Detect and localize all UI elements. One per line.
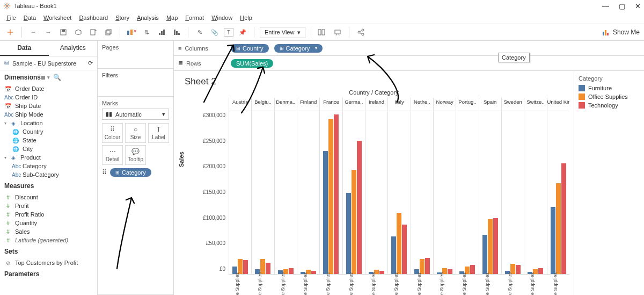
marks-color-pill[interactable]: ⊞ Category (110, 168, 151, 177)
tab-data[interactable]: Data (0, 41, 49, 56)
new-datasource-button[interactable] (72, 26, 84, 38)
swap-button[interactable]: ⇅ (141, 26, 152, 38)
field-latitude--generated-[interactable]: #Latitude (generated) (0, 236, 97, 244)
bar[interactable] (260, 259, 265, 274)
bar[interactable] (561, 163, 566, 274)
bar[interactable] (420, 259, 425, 274)
bar[interactable] (357, 141, 362, 274)
show-me-button[interactable]: Show Me (602, 28, 640, 36)
pin-button[interactable]: 📌 (237, 26, 248, 38)
bar[interactable] (379, 271, 384, 274)
bar[interactable] (516, 265, 521, 274)
tab-analytics[interactable]: Analytics (49, 41, 98, 56)
field-order-date[interactable]: 📅Order Date (0, 84, 97, 93)
bar[interactable] (397, 213, 401, 274)
bar[interactable] (551, 207, 555, 274)
menu-analysis[interactable]: Analysis (134, 13, 162, 22)
rows-shelf[interactable]: ≣Rows SUM(Sales) Category (174, 56, 644, 71)
menu-window[interactable]: Window (208, 13, 236, 22)
back-button[interactable]: ← (27, 26, 39, 38)
save-button[interactable] (57, 26, 69, 38)
bar[interactable] (556, 183, 561, 274)
bar[interactable] (425, 258, 430, 274)
rows-pill-sumsales[interactable]: SUM(Sales) (231, 59, 273, 68)
field-category[interactable]: AbcCategory (0, 162, 97, 170)
filters-card[interactable]: Filters (98, 69, 173, 97)
bar[interactable] (289, 268, 294, 274)
window-close-button[interactable]: ✕ (635, 2, 641, 10)
columns-pill-country[interactable]: ⊞Country (231, 44, 269, 53)
bar[interactable] (493, 218, 498, 274)
bar[interactable] (482, 235, 487, 274)
sort-desc-button[interactable] (171, 26, 182, 38)
window-maximize-button[interactable]: ▢ (619, 2, 625, 10)
bar[interactable] (538, 268, 543, 274)
pages-card[interactable]: Pages (98, 41, 173, 69)
clear-button[interactable]: ✕ (126, 26, 137, 38)
duplicate-button[interactable] (103, 26, 114, 38)
mark-tooltip[interactable]: 💬Tooltip (125, 145, 146, 165)
legend-item-furniture[interactable]: Furniture (579, 85, 640, 91)
mark-label[interactable]: TLabel (148, 123, 169, 143)
highlight-button[interactable]: ✎ (194, 26, 206, 38)
forward-button[interactable]: → (42, 26, 54, 38)
field-location[interactable]: ▾ ◈Location (0, 119, 97, 127)
field-profit[interactable]: #Profit (0, 202, 97, 210)
bar[interactable] (311, 271, 316, 274)
menu-data[interactable]: Data (20, 13, 39, 22)
field-discount[interactable]: #Discount (0, 193, 97, 202)
sheet-title[interactable]: Sheet 2 (185, 76, 569, 87)
window-minimize-button[interactable]: — (602, 2, 609, 10)
legend-item-office-supplies[interactable]: Office Supplies (579, 93, 640, 100)
columns-pill-category[interactable]: ⊞Category▾ (274, 44, 323, 53)
set-top-customers-by-profit[interactable]: ⊘Top Customers by Profit (0, 258, 97, 267)
field-sales[interactable]: #Sales (0, 227, 97, 236)
bar[interactable] (402, 225, 407, 274)
bar[interactable] (334, 114, 339, 274)
field-ship-mode[interactable]: AbcShip Mode (0, 110, 97, 119)
field-city[interactable]: 🌐City (0, 145, 97, 153)
bar[interactable] (391, 236, 396, 274)
datasource-row[interactable]: ⛁ Sample - EU Superstore ⟳ (0, 56, 97, 70)
bar[interactable] (448, 269, 452, 274)
list-icon[interactable]: ▦ ▾ (41, 75, 50, 80)
menu-format[interactable]: Format (182, 13, 207, 22)
field-sub-category[interactable]: AbcSub-Category (0, 170, 97, 179)
search-icon[interactable]: 🔍 (53, 74, 61, 81)
presentation-button[interactable] (332, 26, 343, 38)
bar[interactable] (266, 263, 270, 274)
field-ship-date[interactable]: 📅Ship Date (0, 102, 97, 110)
field-country[interactable]: 🌐Country (0, 127, 97, 136)
bar[interactable] (323, 151, 328, 274)
field-profit-ratio[interactable]: #Profit Ratio (0, 210, 97, 219)
text-button[interactable]: T (224, 28, 233, 37)
tableau-icon[interactable] (4, 26, 16, 38)
legend-item-technology[interactable]: Technology (579, 102, 640, 109)
new-worksheet-button[interactable]: + (87, 26, 99, 38)
bar[interactable] (328, 119, 333, 274)
field-state[interactable]: 🌐State (0, 136, 97, 145)
columns-shelf[interactable]: ≡Columns ⊞Country⊞Category▾ (174, 41, 644, 56)
sort-asc-button[interactable] (156, 26, 167, 38)
mark-size[interactable]: ○Size (125, 123, 146, 143)
bar[interactable] (238, 259, 243, 274)
show-cards-button[interactable] (317, 26, 328, 38)
mark-colour[interactable]: ⠿Colour (102, 123, 123, 143)
bar[interactable] (346, 193, 351, 275)
bar[interactable] (470, 265, 475, 274)
bar[interactable] (488, 219, 493, 274)
menu-story[interactable]: Story (112, 13, 133, 22)
group-button[interactable]: 📎 (209, 26, 221, 38)
field-quantity[interactable]: #Quantity (0, 219, 97, 227)
menu-file[interactable]: File (3, 13, 19, 22)
bar[interactable] (352, 170, 356, 274)
menu-map[interactable]: Map (163, 13, 181, 22)
field-order-id[interactable]: AbcOrder ID (0, 93, 97, 102)
menu-help[interactable]: Help (237, 13, 255, 22)
share-button[interactable] (355, 26, 367, 38)
menu-dashboard[interactable]: Dashboard (76, 13, 111, 22)
menu-worksheet[interactable]: Worksheet (40, 13, 75, 22)
marks-type-dropdown[interactable]: ▮▮ Automatic ▾ (102, 109, 169, 120)
field-product[interactable]: ▾ ◈Product (0, 153, 97, 162)
bar[interactable] (243, 260, 248, 275)
